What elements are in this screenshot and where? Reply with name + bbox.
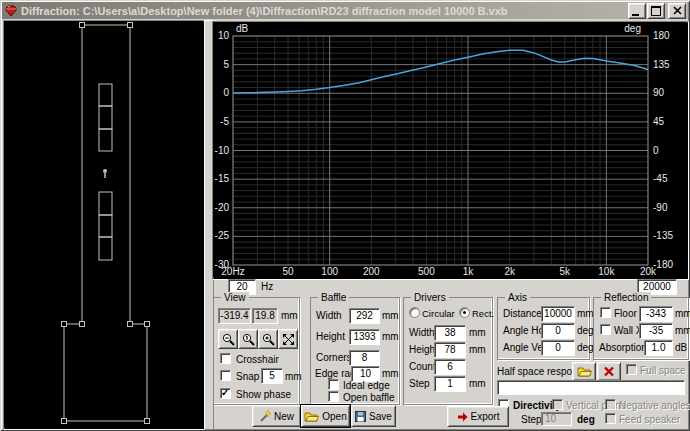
svg-text:-25: -25 [215,230,230,241]
svg-text:135: 135 [653,59,670,70]
svg-text:45: 45 [653,116,665,127]
show-phase-checkbox[interactable] [220,388,231,399]
vertical-plane-label: Vertical plane [566,400,626,411]
app-icon [4,5,18,17]
absorption-unit: dB [675,342,687,353]
crosshair-checkbox[interactable] [220,353,231,364]
floor-y-input[interactable]: -343 [639,306,673,322]
reflection-group: Reflection Floor Y -343 mm Wall X -35 mm… [593,297,689,360]
open-baffle-checkbox[interactable] [328,391,339,402]
cursor-y-readout: 19.8 [252,308,278,324]
svg-text:10: 10 [218,30,230,41]
magnifier-minus-icon [222,333,235,346]
ideal-edge-checkbox[interactable] [328,379,339,390]
rect-radio[interactable] [459,307,470,318]
baffle-height-label: Height [316,331,345,342]
zoom-out-button[interactable] [218,329,238,349]
angle-ver-label: Angle Ver [503,342,546,353]
zoom-reset-button[interactable] [238,329,258,349]
magnifier-1-icon [242,333,255,346]
half-space-path-input[interactable] [497,380,685,395]
baffle-canvas[interactable] [3,20,206,430]
svg-text:10k: 10k [598,266,615,277]
maximize-button[interactable] [647,3,665,19]
angle-ver-input[interactable]: 0 [541,340,575,356]
clear-response-button[interactable] [597,362,621,381]
driver-count-input[interactable]: 6 [434,359,466,375]
feed-speaker-checkbox[interactable] [605,413,616,424]
driver-step-input[interactable]: 1 [434,376,466,392]
export-button[interactable]: Export [447,406,509,427]
svg-text:1k: 1k [463,266,475,277]
snap-checkbox[interactable] [220,370,231,381]
axis-group: Axis Distance 10000 mm Angle Hor 0 deg A… [497,297,590,360]
negative-angles-checkbox[interactable] [605,399,616,410]
driver-width-unit: mm [469,327,486,338]
baffle-width-input[interactable]: 292 [349,308,380,324]
svg-text:-45: -45 [653,173,668,184]
open-folder-icon [304,411,319,422]
reflection-group-label: Reflection [601,292,651,303]
svg-text:-180: -180 [653,259,673,270]
freq-start-unit: Hz [261,281,273,292]
open-folder-icon [577,366,592,377]
directivity-step-label: Step [521,414,542,425]
zoom-fit-button[interactable] [278,329,298,349]
svg-text:20Hz: 20Hz [221,266,244,277]
open-button-label: Open [322,411,346,422]
save-button[interactable]: Save [351,405,396,427]
distance-input[interactable]: 10000 [541,306,575,322]
red-x-icon [603,366,615,377]
cursor-unit: mm [281,310,298,321]
baffle-corners-input[interactable]: 8 [349,350,380,366]
svg-text:200: 200 [363,266,380,277]
negative-angles-label: Negative angles [619,400,690,411]
baffle-drawing [4,21,203,427]
svg-text:-10: -10 [215,145,230,156]
show-phase-label: Show phase [236,389,291,400]
baffle-height-input[interactable]: 1393 [349,329,380,345]
red-arrow-icon [457,412,468,422]
driver-count-label: Count [409,361,436,372]
floppy-disk-icon [355,411,366,422]
snap-unit: mm [285,371,302,382]
minimize-button[interactable] [628,3,646,19]
snap-label: Snap [236,371,259,382]
axis-group-label: Axis [505,292,530,303]
circular-radio[interactable] [409,307,420,318]
floor-y-checkbox[interactable] [600,307,611,318]
distance-label: Distance [503,308,542,319]
open-baffle-label: Open baffle [343,392,395,403]
absorption-input[interactable]: 1.0 [644,340,673,356]
directivity-step-input[interactable]: 10 [541,412,572,426]
wall-x-input[interactable]: -35 [639,323,673,339]
snap-input[interactable]: 5 [261,368,283,384]
driver-width-input[interactable]: 38 [434,325,466,341]
svg-text:-5: -5 [220,116,229,127]
svg-text:20k: 20k [640,266,657,277]
svg-text:500: 500 [418,266,435,277]
full-space-checkbox[interactable] [626,364,637,375]
distance-unit: mm [577,308,594,319]
angle-hor-input[interactable]: 0 [541,323,575,339]
titlebar[interactable]: Diffraction: C:\Users\a\Desktop\New fold… [2,2,688,19]
open-button[interactable]: Open [301,405,350,427]
drivers-group: Drivers Circular Rect. Width 38 mm Heigh… [403,297,493,405]
load-response-button[interactable] [572,362,596,381]
driver-height-input[interactable]: 78 [434,342,466,358]
response-chart: dBdeg1050-5-10-15-20-25-3018013590450-45… [213,22,686,277]
vertical-plane-checkbox[interactable] [552,399,563,410]
close-button[interactable] [668,3,686,19]
close-icon [673,6,682,15]
angle-ver-unit: deg [577,342,594,353]
svg-text:-20: -20 [215,202,230,213]
baffle-group-label: Baffle [318,292,349,303]
zoom-in-button[interactable] [258,329,278,349]
new-button[interactable]: New [252,405,301,427]
circular-label: Circular [422,308,455,319]
wall-x-unit: mm [675,325,690,336]
magic-wand-icon [259,410,271,422]
floor-y-unit: mm [675,308,690,319]
baffle-corners-label: Corners [316,352,352,363]
wall-x-checkbox[interactable] [600,324,611,335]
